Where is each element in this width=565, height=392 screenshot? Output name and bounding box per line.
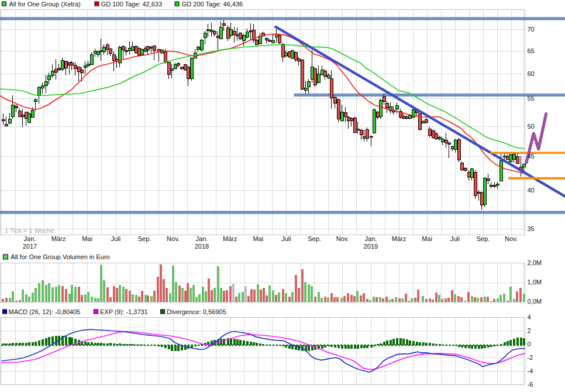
svg-text:0,0M: 0,0M <box>528 298 542 305</box>
svg-text:2019: 2019 <box>364 243 378 250</box>
svg-text:1 Tick = 1 Woche: 1 Tick = 1 Woche <box>5 227 54 234</box>
svg-text:Jan.: Jan. <box>196 235 208 242</box>
svg-text:-4: -4 <box>528 367 533 374</box>
svg-text:Sep.: Sep. <box>477 235 490 242</box>
svg-text:1,0M: 1,0M <box>528 278 542 286</box>
svg-text:65: 65 <box>528 47 535 54</box>
svg-text:EXP (9): -1,3731: EXP (9): -1,3731 <box>100 308 148 315</box>
svg-text:März: März <box>392 235 406 242</box>
svg-text:Nov.: Nov. <box>167 235 180 242</box>
svg-text:60: 60 <box>528 70 535 77</box>
svg-text:März: März <box>51 235 66 242</box>
svg-text:2017: 2017 <box>23 243 37 250</box>
svg-text:MACD (26, 12): -0,80405: MACD (26, 12): -0,80405 <box>9 308 81 315</box>
svg-text:55: 55 <box>528 95 535 102</box>
svg-text:März: März <box>223 235 237 242</box>
svg-text:GD 200 Tage: 46,436: GD 200 Tage: 46,436 <box>182 1 243 8</box>
svg-text:2,0M: 2,0M <box>528 259 542 266</box>
svg-text:0: 0 <box>528 341 531 348</box>
svg-text:Sep.: Sep. <box>308 235 321 242</box>
svg-text:4: 4 <box>528 314 531 321</box>
svg-text:Juli: Juli <box>450 235 460 242</box>
svg-text:Mai: Mai <box>253 235 263 242</box>
svg-text:Divergence: 0,56905: Divergence: 0,56905 <box>167 308 226 315</box>
svg-text:40: 40 <box>528 187 535 194</box>
svg-text:70: 70 <box>528 26 535 33</box>
svg-text:Jan.: Jan. <box>365 235 377 242</box>
svg-text:2: 2 <box>528 327 531 334</box>
svg-text:Juli: Juli <box>281 235 291 242</box>
svg-text:Mai: Mai <box>82 235 92 242</box>
svg-text:Sep.: Sep. <box>138 235 151 242</box>
svg-text:All for One Group (Xetra): All for One Group (Xetra) <box>9 1 81 8</box>
svg-text:-2: -2 <box>528 354 533 361</box>
svg-text:50: 50 <box>528 123 535 130</box>
svg-text:-6: -6 <box>528 381 533 388</box>
svg-text:Jan.: Jan. <box>24 235 36 242</box>
svg-text:Nov.: Nov. <box>505 235 518 242</box>
svg-text:45: 45 <box>528 153 535 160</box>
svg-text:Mai: Mai <box>422 235 432 242</box>
svg-text:All for One Group Volumen in E: All for One Group Volumen in Euro <box>11 253 109 260</box>
svg-text:Nov.: Nov. <box>336 235 349 242</box>
svg-text:Juli: Juli <box>111 235 121 242</box>
svg-text:2018: 2018 <box>195 243 209 250</box>
svg-text:GD 100 Tage: 42,633: GD 100 Tage: 42,633 <box>101 1 162 8</box>
svg-text:35: 35 <box>528 225 535 232</box>
